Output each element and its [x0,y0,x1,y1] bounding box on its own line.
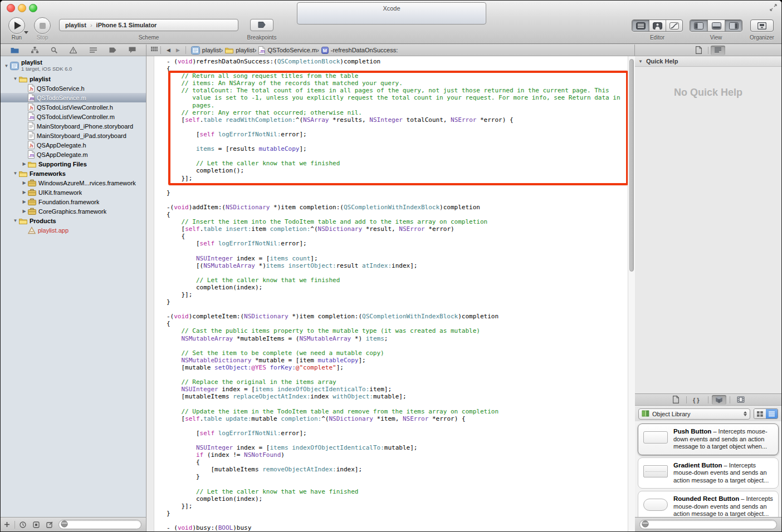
navigator-row-coregraphics-framework[interactable]: ▶CoreGraphics.framework [1,206,146,216]
version-editor-segment[interactable] [666,20,682,31]
scheme-selector[interactable]: playlist › iPhone 5.1 Simulator [59,19,238,31]
disclosure-triangle-icon[interactable]: ▼ [12,218,19,223]
disclosure-triangle-icon[interactable]: ▶ [21,190,28,195]
editor-label: Editor [632,35,683,41]
breadcrumb-item-playlist[interactable]: playlist [223,47,255,53]
code-snippet-library-tab[interactable]: { } [690,395,705,405]
list-view-toggle[interactable] [766,409,778,418]
navigator-filter-field[interactable] [58,520,141,529]
m-file-icon: .m [28,93,35,102]
navigator-row-qsappdelegate-h[interactable]: .hQSAppDelegate.h [1,140,146,150]
breakpoints-button[interactable] [250,19,273,31]
back-arrow-icon[interactable]: ◀ [164,47,173,53]
issue-navigator-icon[interactable] [70,47,77,53]
folder-icon [19,76,27,82]
navigator-row-qsappdelegate-m[interactable]: .mQSAppDelegate.m [1,150,146,159]
breakpoint-navigator-icon[interactable] [109,47,116,53]
log-navigator-icon[interactable] [129,47,136,53]
library-item-push-button[interactable]: Push Button – Intercepts mouse-down even… [638,423,779,455]
add-button[interactable] [1,521,13,528]
code-text[interactable]: - (void)refreshDataOnSuccess:(QSCompleti… [146,58,628,531]
svg-text:.h: .h [29,105,33,111]
clock-button[interactable] [16,521,30,528]
navigator-row-windowsazurem-rvices-framework[interactable]: ▶WindowsAzureM...rvices.framework [1,178,146,188]
code-line: { [167,211,628,218]
disclosure-triangle-icon[interactable]: ▶ [21,199,28,204]
library-item-gradient-button[interactable]: Gradient Button – Intercepts mouse-down … [638,457,779,489]
code-line: }]; [167,503,628,510]
stop-button[interactable] [34,17,51,34]
navigator-item-label: QSTodoService.m [37,95,86,101]
navigator-item-label: playlist.app [38,227,69,234]
navigator-row-mainstoryboard-ipad-storyboard[interactable]: MainStoryboard_iPad.storyboard [1,131,146,140]
editor-scrollbar-thumb[interactable] [629,59,634,272]
breadcrumb-item--refreshdataonsuccess-[interactable]: M-refreshDataOnSuccess: [319,47,398,54]
file-template-library-tab[interactable] [668,395,683,405]
organizer-segment[interactable] [751,20,773,31]
navigator-row-playlist[interactable]: ▼playlist [1,74,146,83]
framework-icon [28,189,36,196]
jump-bar[interactable]: ◀ ▶ playlist›playlist›.mQSTodoService.m›… [146,45,635,56]
disclosure-triangle-icon[interactable]: ▶ [21,209,28,214]
assistant-editor-segment[interactable] [649,20,666,31]
navigator-row-playlist-app[interactable]: playlist.app [1,225,146,235]
media-library-icon [737,396,745,403]
organizer-button[interactable] [750,19,774,32]
editor-scrollbar[interactable] [628,56,635,531]
navigator-row-qstodolistviewcontroller-h[interactable]: .hQSTodoListViewController.h [1,102,146,112]
navigator-row-frameworks[interactable]: ▼Frameworks [1,169,146,178]
debug-navigator-icon[interactable] [90,47,97,53]
disclosure-triangle-icon[interactable]: ▶ [21,161,28,166]
navigator-row-qstodoservice-h[interactable]: .hQSTodoService.h [1,83,146,93]
disclosure-triangle-icon[interactable]: ▼ [12,76,19,81]
disclosure-triangle-icon[interactable]: ▼ [12,171,19,176]
standard-editor-segment[interactable] [632,20,649,31]
object-library-tab[interactable] [712,395,726,405]
grid-view-toggle[interactable] [754,409,766,418]
symbol-navigator-icon[interactable] [31,47,38,53]
disclosure-triangle-icon[interactable]: ▼ [3,63,10,68]
run-label: Run [8,35,25,41]
disclosure-triangle-icon[interactable]: ▼ [635,59,646,64]
project-subtitle: 1 target, iOS SDK 6.0 [21,66,72,72]
navigator-row-foundation-framework[interactable]: ▶Foundation.framework [1,197,146,206]
code-line [167,182,628,189]
navigator-row-qstodoservice-m[interactable]: .mQSTodoService.m [1,93,146,102]
run-dropdown-caret[interactable] [24,31,28,34]
grid-view-icon [757,411,763,417]
flatten-button[interactable] [30,521,43,528]
media-library-tab[interactable] [734,395,748,405]
library-filter-field[interactable] [639,520,777,529]
library-item-rounded-rect-button[interactable]: Rounded Rect Button – Intercepts mouse-d… [638,491,779,518]
navigator-row-products[interactable]: ▼Products [1,216,146,225]
inspector-tab-bar [635,45,781,56]
breadcrumb-item-qstodoservice-m[interactable]: .mQSTodoService.m [256,46,317,55]
source-editor[interactable]: - (void)refreshDataOnSuccess:(QSCompleti… [146,56,635,531]
quick-help-header[interactable]: ▼ Quick Help [635,56,781,67]
disclosure-triangle-icon[interactable]: ▶ [21,180,28,185]
forward-arrow-icon[interactable]: ▶ [173,47,183,53]
library-dropdown[interactable]: Object Library [638,408,750,420]
navigator-row-mainstoryboard-iphone-storyboard[interactable]: MainStoryboard_iPhone.storyboard [1,121,146,131]
fullscreen-arrows-icon[interactable] [770,4,777,13]
breadcrumb-item-playlist[interactable]: playlist [189,46,221,55]
quick-help-inspector-tab[interactable] [711,46,725,55]
breadcrumb-label: playlist [202,47,221,53]
navigator-panel-toggle-segment[interactable] [690,20,707,31]
debug-area-toggle-segment[interactable] [707,20,725,31]
utilities-panel-toggle-segment[interactable] [725,20,742,31]
main-content: ▼playlist1 target, iOS SDK 6.0▼playlist.… [1,56,781,531]
navigator-row-qstodolistviewcontroller-m[interactable]: .mQSTodoListViewController.m [1,112,146,121]
related-items-grid-icon[interactable] [151,47,158,53]
navigator-row-uikit-framework[interactable]: ▶UIKit.framework [1,188,146,197]
file-inspector-tab[interactable] [691,46,706,55]
library-view-toggle [754,408,778,419]
search-navigator-icon[interactable] [51,47,57,53]
navigator-row-supporting-files[interactable]: ▶Supporting Files [1,159,146,169]
navigator-row-playlist[interactable]: ▼playlist1 target, iOS SDK 6.0 [1,57,146,74]
svg-text:{ }: { } [693,397,700,403]
storyboard-icon [28,122,35,130]
compose-button[interactable] [43,521,56,528]
project-navigator-icon[interactable] [11,47,19,53]
run-button[interactable] [8,17,25,34]
